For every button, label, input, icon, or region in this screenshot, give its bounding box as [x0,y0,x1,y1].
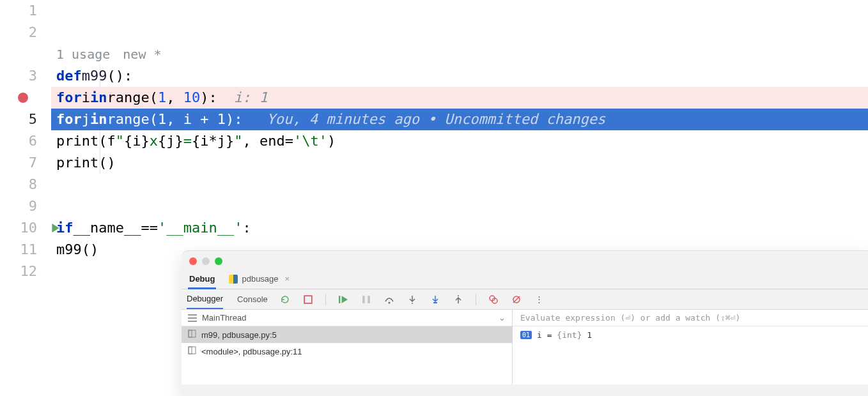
inline-var-hint: i: 1 [234,87,268,109]
chevron-down-icon[interactable]: ⌄ [499,313,506,323]
step-into-icon[interactable] [407,294,418,305]
gutter-line-hint [0,43,51,65]
gutter-line[interactable]: 10 [0,217,51,239]
svg-rect-6 [433,302,437,303]
tab-debugger[interactable]: Debugger [187,290,223,309]
code-line[interactable]: print() [51,152,868,174]
usages-count[interactable]: 1 usage [56,43,110,65]
svg-rect-2 [362,296,365,303]
svg-rect-0 [304,296,312,303]
code-line-breakpoint[interactable]: for i in range(1, 10):i: 1 [51,87,868,109]
step-out-icon[interactable] [453,294,464,305]
usages-hint[interactable]: 1 usage new * [51,43,868,65]
stack-frame[interactable]: <module>, pdbusage.py:11 [182,343,512,360]
step-into-my-code-icon[interactable] [430,294,441,305]
var-type-badge: 01 [520,331,532,339]
separator [476,294,476,305]
gutter-line[interactable]: 12 [0,261,51,282]
resume-icon[interactable] [337,294,349,305]
gutter-line[interactable]: 5 [0,109,51,130]
zoom-window-icon[interactable] [215,257,222,265]
gutter-line[interactable]: 1 [0,0,51,22]
svg-rect-3 [368,296,370,303]
frames-panel: MainThread ⌄ m99, pdbusage.py:5 <module>… [182,310,513,385]
variable-row[interactable]: 01 i = {int} 1 [513,326,868,343]
gutter-line[interactable]: 6 [0,130,51,152]
separator [325,294,326,305]
thread-selector[interactable]: MainThread ⌄ [182,310,512,326]
gutter-line[interactable]: 9 [0,195,51,217]
source-label[interactable]: new * [123,43,161,65]
more-icon[interactable]: ⋮ [534,294,545,305]
code-line[interactable]: print(f"{i}x{j}={i*j}", end='\t') [51,130,868,152]
thread-name: MainThread [202,313,246,323]
code-line-current[interactable]: for j in range(1, i + 1):You, 4 minutes … [51,109,868,130]
svg-point-4 [388,301,390,303]
debug-tabs: Debug pdbusage × [182,269,868,289]
rerun-icon[interactable] [279,294,291,305]
variables-panel: Evaluate expression (⏎) or add a watch (… [513,310,868,385]
svg-rect-16 [189,330,192,337]
line-number: 10 [20,220,38,236]
svg-rect-18 [189,347,192,354]
gutter-line[interactable]: 2 [0,22,51,43]
pause-icon [360,294,372,305]
close-icon[interactable]: × [285,274,290,284]
git-blame-annotation: You, 4 minutes ago • Uncommitted changes [267,109,605,130]
mute-breakpoints-icon[interactable] [511,294,522,305]
step-over-icon[interactable] [384,294,395,305]
evaluate-expression-input[interactable]: Evaluate expression (⏎) or add a watch (… [513,310,868,326]
gutter-line[interactable]: 8 [0,174,51,195]
tab-console[interactable]: Console [237,290,268,309]
code-line[interactable]: if __name__ == '__main__': [51,217,868,239]
view-breakpoints-icon[interactable] [488,294,499,305]
code-line[interactable] [51,174,868,195]
code-line[interactable] [51,0,868,22]
code-line[interactable] [51,22,868,43]
stack-frame-icon [188,346,196,356]
svg-point-5 [412,303,413,304]
gutter-line-breakpoint[interactable] [0,87,51,109]
gutter: 1 2 3 5 6 7 8 9 10 11 12 [0,0,51,282]
code-area[interactable]: 1 usage new * def m99(): for i in range(… [51,0,868,282]
tab-run-config[interactable]: pdbusage × [229,269,290,289]
code-line[interactable] [51,195,868,217]
stack-frame[interactable]: m99, pdbusage.py:5 [182,326,512,343]
gutter-line[interactable]: 3 [0,65,51,87]
threads-icon [188,314,197,322]
breakpoint-icon[interactable] [18,93,28,103]
svg-rect-1 [339,296,340,303]
tab-debug[interactable]: Debug [189,269,215,289]
run-config-name: pdbusage [242,274,278,284]
debug-toolbar: Debugger Console ⋮ [182,289,868,310]
minimize-window-icon[interactable] [202,257,210,265]
variable-text: i = {int} 1 [537,330,592,340]
frame-label: m99, pdbusage.py:5 [201,330,277,340]
frame-label: <module>, pdbusage.py:11 [201,347,302,356]
code-editor[interactable]: 1 2 3 5 6 7 8 9 10 11 12 1 usage new * d… [0,0,868,282]
debug-panel: Debug pdbusage × Debugger Console ⋮ [182,250,868,396]
window-controls [182,251,868,269]
python-file-icon [229,275,238,284]
gutter-line[interactable]: 11 [0,239,51,261]
code-line[interactable]: def m99(): [51,65,868,87]
gutter-line[interactable]: 7 [0,152,51,174]
stop-icon[interactable] [302,294,314,305]
svg-point-7 [458,295,459,296]
close-window-icon[interactable] [189,257,197,265]
stack-frame-icon [188,330,196,340]
